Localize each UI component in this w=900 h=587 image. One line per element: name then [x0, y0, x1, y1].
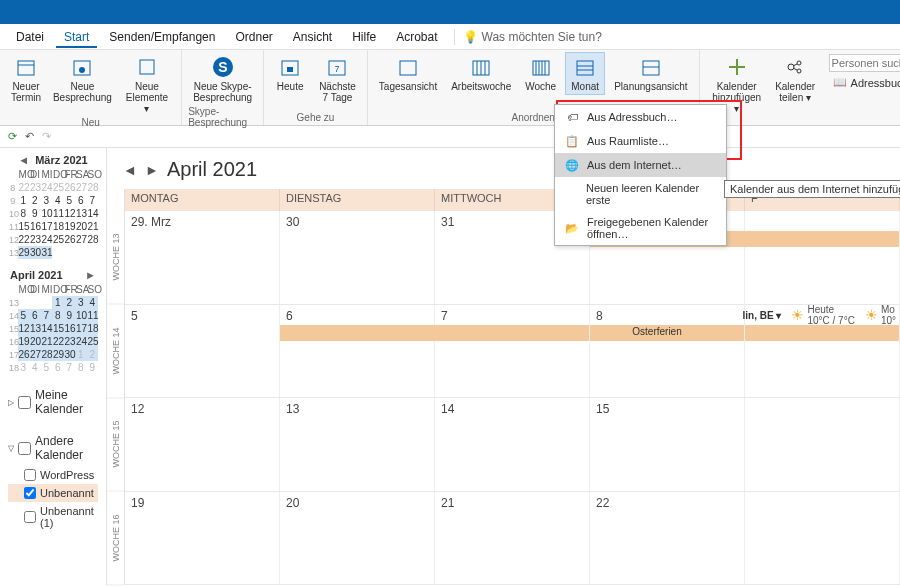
svg-point-28: [788, 64, 794, 70]
label: Neuer Termin: [11, 81, 41, 103]
new-meeting-button[interactable]: Neue Besprechung: [50, 52, 115, 106]
day-cell[interactable]: [745, 492, 900, 585]
minical-table[interactable]: MODIMIDOFRSASO13123414567891011151213141…: [8, 283, 98, 374]
calendar-list-item[interactable]: Unbenannt: [8, 484, 98, 502]
sun-icon: ☀: [791, 307, 804, 323]
quick-access-toolbar: ⟳ ↶ ↷: [0, 126, 900, 148]
calendar-grid: WOCHE 13WOCHE 14WOCHE 15WOCHE 16 MONTAGD…: [107, 189, 900, 585]
day-number: 14: [441, 402, 583, 416]
refresh-icon[interactable]: ⟳: [8, 130, 17, 143]
day-cell[interactable]: 30: [280, 211, 435, 304]
calendar-list-item[interactable]: WordPress: [8, 466, 98, 484]
month-view-button[interactable]: Monat: [565, 52, 605, 95]
day-cell[interactable]: 12: [125, 398, 280, 491]
skype-meeting-button[interactable]: S Neue Skype- Besprechung: [188, 52, 257, 106]
triangle-icon: ▽: [8, 444, 14, 453]
redo-icon[interactable]: ↷: [42, 130, 51, 143]
ribbon-group-skype: S Neue Skype- Besprechung Skype-Besprech…: [182, 50, 264, 125]
dropdown-item[interactable]: Neuen leeren Kalender erste: [555, 177, 726, 211]
day-cell[interactable]: [745, 211, 900, 304]
calendar-list-item[interactable]: Unbenannt (1): [8, 502, 98, 532]
day-number: 20: [286, 496, 428, 510]
dropdown-item[interactable]: 📂Freigegebenen Kalender öffnen…: [555, 211, 726, 245]
window-titlebar: [0, 0, 900, 24]
search-people-input[interactable]: [829, 54, 900, 72]
minical-table[interactable]: MODIMIDOFRSASO82223242526272891234567108…: [8, 168, 98, 259]
label: Aus Raumliste…: [587, 135, 669, 147]
next-7-days-button[interactable]: 7 Nächste 7 Tage: [314, 52, 361, 106]
week-view-button[interactable]: Woche: [520, 52, 561, 95]
ribbon-group-goto: Heute 7 Nächste 7 Tage Gehe zu: [264, 50, 368, 125]
addressbook-button[interactable]: 📖Adressbuch: [829, 74, 900, 91]
day-cell[interactable]: [745, 398, 900, 491]
calendar-today-icon: [278, 55, 302, 79]
tab-hilfe[interactable]: Hilfe: [344, 26, 384, 48]
svg-point-3: [79, 67, 85, 73]
day-cell[interactable]: 29. Mrz: [125, 211, 280, 304]
other-calendars-header[interactable]: ▽Andere Kalender: [8, 430, 98, 466]
undo-icon[interactable]: ↶: [25, 130, 34, 143]
day-cell[interactable]: 22: [590, 492, 745, 585]
label: Adressbuch: [851, 77, 900, 89]
schedule-icon: [639, 55, 663, 79]
day-cell[interactable]: 20: [280, 492, 435, 585]
day-cell[interactable]: 21: [435, 492, 590, 585]
label: Unbenannt (1): [40, 505, 94, 529]
sidebar: ◄März 2021 MODIMIDOFRSASO822232425262728…: [0, 148, 107, 585]
tellme-input[interactable]: Was möchten Sie tun?: [482, 30, 602, 44]
week-label: WOCHE 14: [107, 305, 124, 399]
tab-ordner[interactable]: Ordner: [227, 26, 280, 48]
day-cell[interactable]: 7: [435, 305, 590, 398]
day-cell[interactable]: 14: [435, 398, 590, 491]
label: Neuen leeren Kalender erste: [586, 182, 716, 206]
today-button[interactable]: Heute: [270, 52, 310, 95]
schedule-view-button[interactable]: Planungsansicht: [609, 52, 692, 95]
separator: [454, 29, 455, 45]
checkbox[interactable]: [18, 396, 31, 409]
day-cell[interactable]: 8: [590, 305, 745, 398]
triangle-icon: ▷: [8, 398, 14, 407]
calendar-view: ◄ ► April 2021 lin, BE ▾ ☀Heute10°C / 7°…: [107, 148, 900, 585]
tab-start[interactable]: Start: [56, 26, 97, 48]
day-header: MONTAG: [125, 189, 280, 211]
minical-title: April 2021: [10, 269, 63, 281]
svg-rect-8: [287, 67, 293, 72]
workweek-view-button[interactable]: Arbeitswoche: [446, 52, 516, 95]
tooltip: Kalender aus dem Internet hinzufügen: [724, 180, 900, 198]
location[interactable]: lin, BE ▾: [743, 310, 782, 321]
week-label: WOCHE 13: [107, 211, 124, 305]
new-items-button[interactable]: Neue Elemente ▾: [119, 52, 175, 117]
next-button[interactable]: ►: [145, 162, 159, 178]
label: Nächste 7 Tage: [319, 81, 356, 103]
day-cell[interactable]: 19: [125, 492, 280, 585]
svg-point-30: [797, 69, 801, 73]
next-month-button[interactable]: ►: [85, 269, 96, 281]
weather-widget[interactable]: lin, BE ▾ ☀Heute10°C / 7°C ☀Mo10°: [743, 304, 901, 326]
dropdown-item[interactable]: 🌐Aus dem Internet…: [555, 153, 726, 177]
day-cell[interactable]: 13: [280, 398, 435, 491]
tab-ansicht[interactable]: Ansicht: [285, 26, 340, 48]
prev-button[interactable]: ◄: [123, 162, 137, 178]
group-label: Neu: [81, 117, 99, 130]
checkbox[interactable]: [24, 469, 36, 481]
share-calendar-button[interactable]: Kalender teilen ▾: [772, 52, 819, 106]
tab-senden[interactable]: Senden/Empfangen: [101, 26, 223, 48]
add-calendar-dropdown: 🏷Aus Adressbuch…📋Aus Raumliste…🌐Aus dem …: [554, 104, 727, 246]
day-cell[interactable]: 5: [125, 305, 280, 398]
day-cell[interactable]: 15: [590, 398, 745, 491]
checkbox[interactable]: [24, 487, 36, 499]
day-cell[interactable]: 6Osterferien: [280, 305, 435, 398]
prev-month-button[interactable]: ◄: [18, 154, 29, 166]
day-view-button[interactable]: Tagesansicht: [374, 52, 442, 95]
tab-acrobat[interactable]: Acrobat: [388, 26, 445, 48]
checkbox[interactable]: [24, 511, 36, 523]
my-calendars-header[interactable]: ▷Meine Kalender: [8, 384, 98, 420]
day-number: 6: [286, 309, 428, 323]
tab-datei[interactable]: Datei: [8, 26, 52, 48]
dropdown-item[interactable]: 📋Aus Raumliste…: [555, 129, 726, 153]
day-number: 19: [131, 496, 273, 510]
checkbox[interactable]: [18, 442, 31, 455]
dropdown-item[interactable]: 🏷Aus Adressbuch…: [555, 105, 726, 129]
new-appointment-button[interactable]: Neuer Termin: [6, 52, 46, 106]
page-title: April 2021: [167, 158, 257, 181]
